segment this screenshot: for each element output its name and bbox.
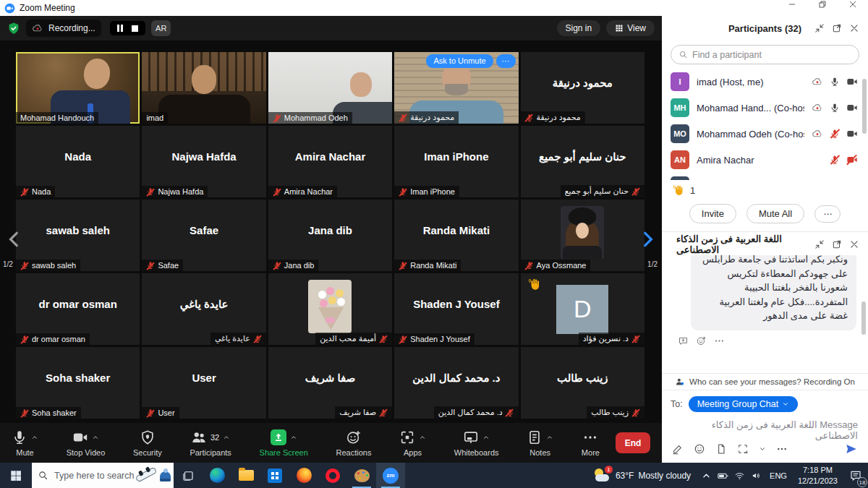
participant-tile[interactable]: sawab salehsawab saleh — [16, 200, 140, 271]
chevron-up-icon[interactable] — [419, 434, 426, 441]
sign-in-button[interactable]: Sign in — [557, 20, 601, 36]
toolbar-security-button[interactable]: Security — [133, 429, 162, 457]
participant-tile[interactable]: Iman iPhoneIman iPhone — [394, 126, 518, 197]
clock[interactable]: 7:18 PM 12/21/2023 — [792, 465, 843, 486]
weather-widget[interactable]: 1 63°F Mostly cloudy — [586, 468, 698, 483]
collapse-panel-icon[interactable] — [814, 23, 825, 33]
participant-tile[interactable]: Aya Ossmane — [521, 200, 644, 271]
recipient-selector[interactable]: Meeting Group Chat — [689, 396, 799, 412]
wifi-icon[interactable] — [731, 471, 748, 481]
toolbar-more-button[interactable]: More — [582, 429, 600, 457]
message-input[interactable]: Message اللغة العربية فى زمن الذكاء الاص… — [662, 414, 868, 440]
participant-tile[interactable]: Mohammad Odeh — [268, 52, 392, 124]
participant-tile[interactable]: صفا شريفصفا شريف — [268, 347, 392, 419]
participant-tile[interactable]: NadaNada — [16, 126, 140, 197]
tile-more-button[interactable]: ⋯ — [496, 54, 516, 68]
close-chat-icon[interactable] — [849, 239, 859, 249]
restore-button[interactable] — [807, 0, 838, 9]
file-explorer-taskbar-button[interactable] — [231, 463, 260, 488]
chat-privacy-note[interactable]: Who can see your messages? Recording On — [662, 373, 868, 390]
start-button[interactable] — [0, 463, 32, 488]
screenshot-icon[interactable] — [737, 443, 749, 455]
taskbar-search[interactable]: Type here to search — [32, 463, 174, 488]
participant-row[interactable]: MOMohammad Odeh (Co-host) — [662, 121, 868, 147]
chat-more-icon[interactable] — [776, 443, 788, 455]
battery-icon[interactable] — [715, 470, 731, 481]
tray-overflow-icon[interactable] — [698, 471, 715, 481]
participant-tile[interactable]: Najwa HafdaNajwa Hafda — [142, 126, 265, 197]
add-reaction-icon[interactable] — [696, 335, 707, 346]
participant-tile[interactable]: محمود درنيقةمحمود درنيقة — [521, 52, 644, 124]
participant-list[interactable]: Iimad (Host, me)MHMohamad Hand... (Co-ho… — [662, 69, 868, 180]
close-panel-icon[interactable] — [849, 23, 859, 33]
participant-tile[interactable]: Soha shakerSoha shaker — [16, 347, 140, 419]
encryption-shield-icon[interactable] — [7, 22, 20, 35]
participant-row[interactable]: MHMohamad Hand... (Co-host) — [662, 95, 868, 121]
participant-tile[interactable]: Shaden J YousefShaden J Yousef — [394, 273, 518, 345]
scrollbar[interactable] — [862, 79, 867, 134]
participant-row[interactable]: ANAmira Nachar — [662, 147, 868, 173]
view-button[interactable]: View — [606, 20, 655, 36]
stop-recording-button[interactable] — [132, 25, 138, 32]
popout-panel-icon[interactable] — [832, 23, 842, 33]
participant-row[interactable] — [662, 173, 868, 180]
participant-row[interactable]: Iimad (Host, me) — [662, 69, 868, 95]
chat-messages[interactable]: ونكبر بكم أساتذتنا في جامعة طرابلس على ج… — [662, 255, 868, 373]
mic-status-icon[interactable] — [830, 129, 840, 139]
action-center-button[interactable]: 18 — [843, 463, 868, 488]
minimize-button[interactable] — [777, 0, 807, 9]
participant-tile[interactable]: Amira NacharAmira Nachar — [268, 126, 392, 197]
end-meeting-button[interactable]: End — [616, 432, 650, 453]
mic-status-icon[interactable] — [830, 103, 840, 113]
zoom-taskbar-button[interactable]: zm — [376, 463, 405, 488]
interpretation-button[interactable]: AR — [151, 20, 171, 36]
paint-taskbar-button[interactable] — [347, 463, 376, 488]
send-message-icon[interactable] — [845, 442, 858, 455]
toolbar-whiteboards-button[interactable]: Whiteboards — [454, 429, 499, 457]
participant-tile[interactable]: د. محمد كمال الديند. محمد كمال الدين — [394, 347, 518, 419]
toolbar-stop-video-button[interactable]: Stop Video — [67, 429, 106, 457]
attach-file-icon[interactable] — [715, 443, 727, 455]
participant-search-input[interactable]: Find a participant — [671, 45, 859, 64]
mic-status-icon[interactable] — [830, 155, 840, 165]
participant-tile[interactable]: Randa MikatiRanda Mikati — [394, 200, 518, 271]
mute-all-button[interactable]: Mute All — [746, 204, 804, 223]
mic-status-icon[interactable] — [830, 77, 840, 87]
previous-page-arrow-icon[interactable] — [5, 227, 24, 252]
participant-tile[interactable]: imad — [142, 52, 265, 124]
chevron-down-icon[interactable] — [759, 445, 766, 453]
chevron-up-icon[interactable] — [482, 434, 490, 441]
chevron-up-icon[interactable] — [92, 434, 99, 441]
participant-tile[interactable]: UserUser — [142, 347, 265, 419]
chevron-up-icon[interactable] — [31, 434, 38, 441]
quote-reply-icon[interactable] — [678, 335, 689, 346]
next-page-arrow-icon[interactable] — [638, 227, 657, 252]
firefox-taskbar-button[interactable] — [289, 463, 318, 488]
popout-chat-icon[interactable] — [832, 239, 842, 249]
participant-tile[interactable]: dr omar osmandr omar osman — [16, 273, 140, 345]
participant-tile[interactable]: زينب طالبزينب طالب — [521, 347, 644, 419]
ask-to-unmute-button[interactable]: Ask to Unmute — [426, 54, 493, 68]
volume-icon[interactable] — [748, 471, 765, 481]
participant-tile[interactable]: حنان سليم أبو جميعحنان سليم أبو جميع — [521, 126, 644, 197]
toolbar-mute-button[interactable]: Mute — [12, 429, 38, 457]
participant-tile[interactable]: Ask to Unmute⋯محمود درنيقة — [394, 52, 518, 124]
invite-button[interactable]: Invite — [689, 204, 736, 223]
chevron-up-icon[interactable] — [223, 434, 230, 441]
chevron-up-icon[interactable] — [546, 434, 553, 441]
toolbar-participants-button[interactable]: 32Participants — [190, 429, 231, 457]
participant-tile[interactable]: SafaeSafae — [142, 200, 265, 271]
scrollbar[interactable] — [861, 301, 866, 335]
toolbar-share-screen-button[interactable]: Share Screen — [260, 429, 308, 457]
emoji-icon[interactable] — [694, 443, 705, 455]
participants-more-button[interactable]: ⋯ — [814, 205, 841, 223]
camera-status-icon[interactable] — [846, 154, 858, 166]
store-taskbar-button[interactable] — [260, 463, 289, 488]
toolbar-notes-button[interactable]: Notes — [527, 429, 553, 457]
task-view-button[interactable] — [174, 463, 203, 488]
opera-taskbar-button[interactable] — [318, 463, 347, 488]
pause-recording-button[interactable] — [117, 25, 124, 32]
toolbar-apps-button[interactable]: Apps — [399, 429, 426, 457]
message-more-icon[interactable] — [714, 335, 725, 346]
edge-taskbar-button[interactable] — [203, 463, 231, 488]
